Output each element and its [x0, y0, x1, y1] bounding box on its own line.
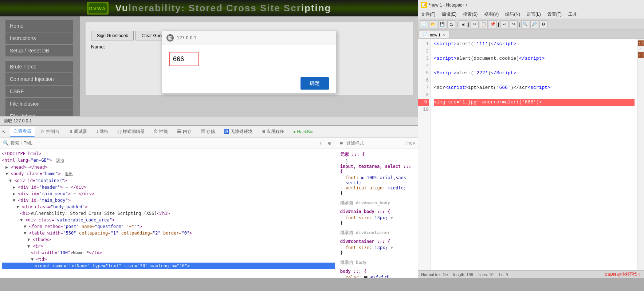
menu-view[interactable]: 视图(V) [483, 11, 500, 17]
menu-tools[interactable]: 工具 [567, 11, 578, 17]
table-expand[interactable]: ▼ [24, 231, 26, 236]
html-line-container: ▼ <div id="container"> [2, 177, 335, 184]
scroll-pos-1: 1.6❥ [638, 40, 644, 46]
devtools-tab-application[interactable]: ⊞ 应用程序 [258, 127, 287, 136]
devtools-tab-accessibility[interactable]: ♿ 无障碍环境 [220, 127, 256, 136]
notepad-content: 1 2 3 4 5 6 7 8 9 10 <script>alert('111'… [418, 39, 644, 270]
nav-file-inclusion[interactable]: File Inclusion [5, 98, 73, 110]
notepad-menu: 文件(F) 编辑(E) 搜索(S) 视图(V) 编码(N) 语言(L) 设置(T… [418, 10, 644, 19]
devtools-tab-hackbar[interactable]: ● HackBar [290, 128, 318, 136]
notepad-title: *new 1 - Notepad++ [429, 3, 468, 8]
devtools-tab-console[interactable]: ▷ 控制台 [37, 127, 63, 136]
devtools-tab-network[interactable]: ↕ 网络 [93, 127, 112, 136]
scroll-into-view-btn[interactable]: 滚动 [55, 157, 66, 164]
side-nav: Home Instructions Setup / Reset DB Brute… [0, 16, 80, 116]
copy-btn[interactable]: 📋 [480, 20, 488, 28]
devtools-tab-storage[interactable]: ▤ 存储 [197, 127, 219, 136]
toolbar-sep1: | [456, 21, 458, 27]
menu-file[interactable]: 文件(F) [420, 11, 436, 17]
line-num-10: 10 [418, 106, 429, 113]
styles-panel: ⊞ :hov 元素 ::: { } input, textarea, selec… [337, 138, 418, 278]
menu-language[interactable]: 语言(L) [526, 11, 542, 17]
devtools-tab-style-editor[interactable]: { } 样式编辑器 [114, 127, 148, 136]
print-btn[interactable]: 🖨 [459, 20, 467, 28]
nav-command-injection[interactable]: Command Injection [5, 73, 73, 85]
menu-encoding[interactable]: 编码(N) [504, 11, 521, 17]
devtools: ↖ ⬡ 查看器 ▷ 控制台 ⏸ 调试器 ↕ 网络 { } 样式编辑器 ⏱ 性能 … [0, 125, 418, 278]
menu-edit[interactable]: 编辑(E) [441, 11, 458, 17]
code-line-2 [434, 48, 635, 55]
nav-home[interactable]: Home [5, 20, 73, 32]
menu-search[interactable]: 搜索(S) [462, 11, 479, 17]
devtools-tab-debugger[interactable]: ⏸ 调试器 [65, 127, 91, 136]
exit-btn[interactable]: 退出 [63, 170, 74, 177]
file-length: length: 198 [453, 272, 473, 277]
tbody-expand[interactable]: ▼ [27, 237, 30, 242]
main-body-selector: div#main_body ::: { [340, 209, 415, 214]
style-section-container: div#container ::: { font-size: 13px; ▼ } [340, 239, 415, 255]
html-line-form: ▼ <form method="post" name="guestform" "… [2, 223, 335, 230]
style-section-element: 元素 ::: { } input, textarea, select ::: {… [340, 152, 415, 196]
alert-dialog[interactable]: 127.0.0.1 666 确定 [162, 31, 337, 94]
td-expand[interactable]: ▼ [31, 257, 34, 262]
nav-brute-force[interactable]: Brute Force [5, 61, 73, 72]
inherited-main-body: 继承自 div#main_body [340, 200, 415, 206]
nav-file-upload[interactable]: File Upload [5, 110, 73, 116]
style-close: } [340, 190, 415, 196]
style-vertical-align: vertical-align: middle; [346, 185, 415, 190]
mini-scrollbar[interactable]: 1.6❥ 1 1.6 [637, 39, 644, 270]
redo-btn[interactable]: ↪ [510, 20, 518, 28]
macro-btn[interactable]: ⚙ [539, 20, 547, 28]
notepad-tab-new1[interactable]: 📄 new 1 ✕ [418, 31, 450, 38]
vca-expand[interactable]: ▼ [20, 217, 23, 223]
header-expand[interactable]: ▶ [13, 185, 15, 190]
html-tree: <!DOCTYPE html> <html lang="en-GB"> 滚动 ▶… [0, 149, 337, 278]
new-file-btn[interactable]: 📄 [420, 20, 428, 28]
pick-element-btn[interactable]: ⊕ [325, 139, 334, 148]
html-line-tr: ▼ <tr> [2, 243, 335, 249]
devtools-tab-performance[interactable]: ⏱ 性能 [150, 127, 172, 136]
nav-instructions[interactable]: Instructions [5, 32, 73, 44]
code-line-10 [434, 106, 635, 113]
paste-btn[interactable]: 📌 [489, 20, 497, 28]
code-area[interactable]: <script>alert('111')</script> <script>al… [431, 39, 637, 270]
html-line-vca: ▼ <div class="vulnerable_code_area"> [2, 217, 335, 223]
nav-csrf[interactable]: CSRF [5, 86, 73, 97]
head-expand[interactable]: ▶ [5, 165, 8, 170]
style-block-main-body: font-size: 13px; ▼ [340, 215, 415, 220]
html-line-header: ▶ <div id="header"> ⋯ </div> [2, 184, 335, 190]
alert-ok-button[interactable]: 确定 [301, 77, 329, 90]
cut-btn[interactable]: ✂ [471, 20, 479, 28]
notepad-icon: 📝 [421, 2, 427, 8]
nav-setup[interactable]: Setup / Reset DB [5, 45, 73, 56]
main-body-expand[interactable]: ▼ [13, 198, 15, 203]
html-line-input-selected[interactable]: <input name="txtName" type="text" size="… [2, 263, 335, 269]
body-padded-expand[interactable]: ▼ [16, 204, 19, 209]
styles-filter-input[interactable] [346, 141, 401, 146]
tab-close-btn[interactable]: ✕ [442, 33, 445, 37]
devtools-tab-inspector[interactable]: ⬡ 查看器 [10, 127, 35, 137]
toolbar-sep2: | [468, 21, 470, 27]
style-font-size-2: font-size: 13px; ▼ [346, 245, 415, 250]
styles-toolbar: ⊞ :hov [337, 138, 418, 149]
save-all-btn[interactable]: 🗂 [447, 20, 455, 28]
devtools-tab-memory[interactable]: ☰ 内存 [173, 127, 195, 136]
styles-more: :hov [405, 141, 415, 146]
body-expand[interactable]: ▼ [5, 171, 8, 176]
menu-settings[interactable]: 设置(T) [546, 11, 563, 17]
html-line-tbody: ▼ <tbody> [2, 236, 335, 243]
add-node-btn[interactable]: + [317, 139, 325, 148]
html-search-input[interactable] [11, 141, 317, 146]
main-menu-expand[interactable]: ▶ [13, 191, 15, 196]
undo-btn[interactable]: ↩ [500, 20, 508, 28]
zoom-in-btn[interactable]: 🔍 [521, 20, 529, 28]
find-btn[interactable]: 🔎 [530, 20, 538, 28]
form-expand[interactable]: ▼ [24, 224, 26, 229]
container-expand[interactable]: ▼ [9, 178, 12, 183]
tr-expand[interactable]: ▼ [27, 244, 30, 249]
open-file-btn[interactable]: 📂 [429, 20, 437, 28]
style-block-element: } [340, 159, 415, 164]
sign-guestbook-btn[interactable]: Sign Guestbook [91, 31, 134, 40]
main-content: Sign Guestbook Clear Guestbook Name: [80, 16, 418, 116]
save-file-btn[interactable]: 💾 [438, 20, 446, 28]
